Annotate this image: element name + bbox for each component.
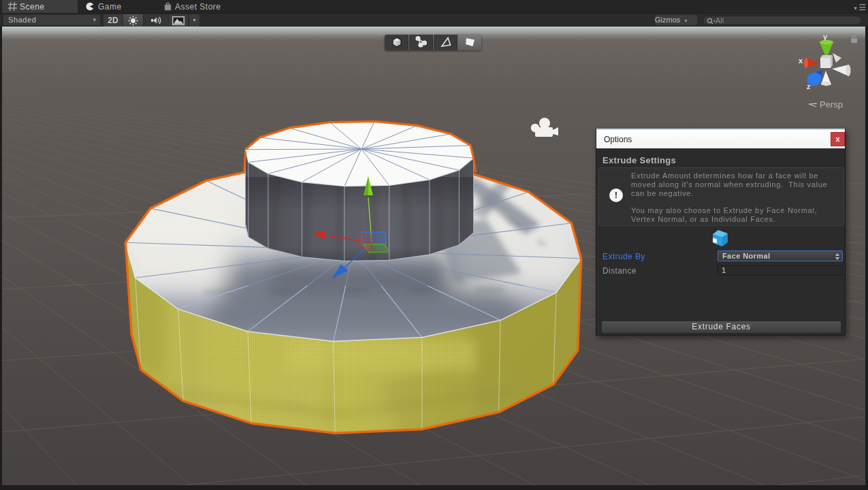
svg-text:x: x — [799, 56, 803, 65]
svg-text:y: y — [823, 33, 828, 41]
svg-text:Persp: Persp — [820, 99, 843, 110]
